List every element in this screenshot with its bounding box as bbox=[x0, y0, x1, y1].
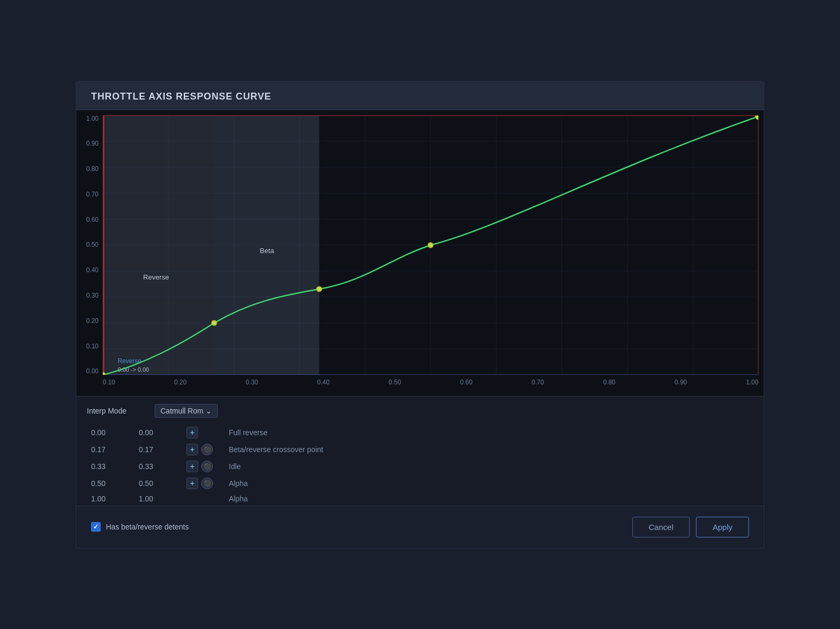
dialog-title: THROTTLE AXIS RESPONSE CURVE bbox=[91, 91, 749, 102]
row-comment-1: Beta/reverse crossover point bbox=[225, 441, 753, 458]
y-axis: 1.00 0.90 0.80 0.70 0.60 0.50 0.40 0.30 … bbox=[76, 115, 102, 375]
add-point-button-2[interactable]: + bbox=[186, 461, 198, 472]
row-y-3: 0.50 bbox=[135, 475, 182, 492]
beta-region-label: Beta bbox=[260, 247, 275, 255]
interp-mode-select[interactable]: Catmull Rom ⌄ bbox=[155, 404, 218, 418]
dialog-header: THROTTLE AXIS RESPONSE CURVE bbox=[76, 82, 764, 110]
row-comment-3: Alpha bbox=[225, 475, 753, 492]
row-x-0: 0.00 bbox=[87, 424, 135, 441]
row-x-4: 1.00 bbox=[87, 492, 135, 506]
control-point-4[interactable] bbox=[755, 115, 758, 120]
x-label-030: 0.30 bbox=[246, 379, 258, 385]
control-point-2[interactable] bbox=[317, 286, 322, 292]
table-row: 0.17 0.17 + ⚫ Beta/reverse crossover poi… bbox=[87, 441, 753, 458]
row-actions-1: + ⚫ bbox=[182, 441, 225, 458]
row-comment-2: Idle bbox=[225, 458, 753, 475]
x-label-090: 0.90 bbox=[675, 379, 687, 385]
delete-point-button-3[interactable]: ⚫ bbox=[201, 478, 213, 489]
y-label-070: 0.70 bbox=[86, 191, 99, 197]
throttle-dialog: THROTTLE AXIS RESPONSE CURVE 1.00 0.90 0… bbox=[76, 81, 764, 549]
x-label-100: 1.00 bbox=[746, 379, 758, 385]
apply-button[interactable]: Apply bbox=[696, 517, 749, 537]
x-label-080: 0.80 bbox=[603, 379, 615, 385]
add-point-button-1[interactable]: + bbox=[186, 444, 198, 455]
row-actions-3: + ⚫ bbox=[182, 475, 225, 492]
x-axis: 0.10 0.20 0.30 0.40 0.50 0.60 0.70 0.80 … bbox=[103, 376, 758, 396]
delete-point-button-1[interactable]: ⚫ bbox=[201, 444, 213, 455]
y-label-010: 0.10 bbox=[86, 343, 99, 349]
y-label-060: 0.60 bbox=[86, 217, 99, 223]
row-actions-0: + bbox=[182, 424, 225, 441]
chart-area: 1.00 0.90 0.80 0.70 0.60 0.50 0.40 0.30 … bbox=[76, 110, 764, 396]
y-label-040: 0.40 bbox=[86, 267, 99, 273]
x-label-010: 0.10 bbox=[103, 379, 115, 385]
checkmark-icon: ✓ bbox=[93, 523, 99, 531]
control-point-1[interactable] bbox=[211, 320, 217, 326]
y-label-080: 0.80 bbox=[86, 166, 99, 172]
y-label-100: 1.00 bbox=[86, 115, 99, 122]
row-actions-4 bbox=[182, 492, 225, 506]
table-area: Interp Mode Catmull Rom ⌄ 0.00 0.00 + bbox=[76, 396, 764, 506]
delete-point-button-2[interactable]: ⚫ bbox=[201, 461, 213, 472]
svg-rect-21 bbox=[103, 115, 214, 375]
row-y-1: 0.17 bbox=[135, 441, 182, 458]
chart-svg[interactable]: Reverse Beta Reverse 0.00 -> 0.00 bbox=[103, 115, 758, 375]
row-comment-4: Alpha bbox=[225, 492, 753, 506]
add-point-button-0[interactable]: + bbox=[186, 427, 198, 438]
y-label-020: 0.20 bbox=[86, 318, 99, 324]
table-row: 0.33 0.33 + ⚫ Idle bbox=[87, 458, 753, 475]
row-y-4: 1.00 bbox=[135, 492, 182, 506]
row-y-0: 0.00 bbox=[135, 424, 182, 441]
row-actions-2: + ⚫ bbox=[182, 458, 225, 475]
beta-reverse-checkbox[interactable]: ✓ bbox=[91, 522, 101, 532]
interp-mode-value: Catmull Rom bbox=[160, 407, 203, 415]
row-comment-0: Full reverse bbox=[225, 424, 753, 441]
x-label-050: 0.50 bbox=[389, 379, 401, 385]
row-x-2: 0.33 bbox=[87, 458, 135, 475]
table-row: 0.50 0.50 + ⚫ Alpha bbox=[87, 475, 753, 492]
svg-rect-22 bbox=[214, 115, 319, 375]
data-table: 0.00 0.00 + Full reverse 0.17 0.17 bbox=[87, 424, 753, 506]
reverse-region-label: Reverse bbox=[143, 273, 169, 281]
x-label-070: 0.70 bbox=[532, 379, 544, 385]
row-x-3: 0.50 bbox=[87, 475, 135, 492]
interp-mode-row: Interp Mode Catmull Rom ⌄ bbox=[87, 404, 753, 424]
y-label-050: 0.50 bbox=[86, 241, 99, 248]
cancel-button[interactable]: Cancel bbox=[632, 517, 690, 537]
y-label-030: 0.30 bbox=[86, 292, 99, 299]
y-label-000: 0.00 bbox=[86, 368, 99, 374]
x-label-060: 0.60 bbox=[460, 379, 472, 385]
footer-buttons: Cancel Apply bbox=[632, 517, 749, 537]
checkbox-row: ✓ Has beta/reverse detents bbox=[91, 522, 189, 532]
add-point-button-3[interactable]: + bbox=[186, 478, 198, 489]
x-label-020: 0.20 bbox=[174, 379, 186, 385]
interp-mode-label: Interp Mode bbox=[87, 407, 150, 415]
chevron-down-icon: ⌄ bbox=[205, 407, 212, 415]
dialog-footer: ✓ Has beta/reverse detents Cancel Apply bbox=[76, 506, 764, 548]
control-point-3[interactable] bbox=[428, 242, 433, 248]
x-label-040: 0.40 bbox=[317, 379, 329, 385]
row-x-1: 0.17 bbox=[87, 441, 135, 458]
checkbox-label: Has beta/reverse detents bbox=[106, 523, 189, 531]
table-row: 1.00 1.00 Alpha bbox=[87, 492, 753, 506]
table-row: 0.00 0.00 + Full reverse bbox=[87, 424, 753, 441]
y-label-090: 0.90 bbox=[86, 140, 99, 147]
row-y-2: 0.33 bbox=[135, 458, 182, 475]
